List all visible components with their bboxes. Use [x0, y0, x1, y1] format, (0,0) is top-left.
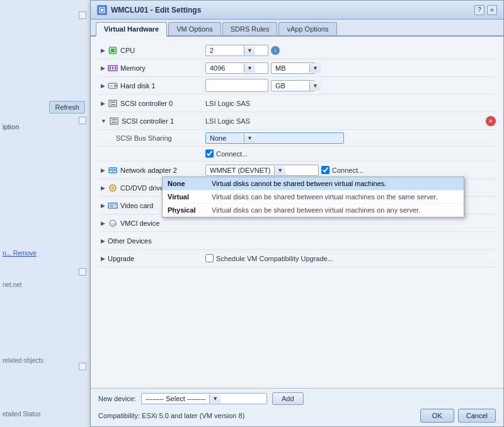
- new-device-label: New device:: [98, 395, 136, 402]
- cpu-info-icon[interactable]: i: [271, 46, 280, 55]
- memory-unit-btn[interactable]: ▼: [309, 64, 321, 73]
- ok-button[interactable]: OK: [420, 409, 454, 423]
- scsi0-expand[interactable]: ▶: [101, 100, 105, 107]
- dialog-title: WMCLU01 - Edit Settings: [111, 6, 201, 15]
- scsi1-label: SCSI controller 1: [122, 117, 174, 125]
- dialog-icon: [97, 5, 107, 15]
- scsi-sharing-label: SCSI Bus Sharing: [98, 134, 205, 142]
- memory-dropdown-btn[interactable]: ▼: [244, 64, 255, 73]
- vmci-expand[interactable]: ▶: [101, 220, 105, 226]
- network-adapter2-value: WMNET (DEVNET): [206, 165, 274, 175]
- title-bar-left: WMCLU01 - Edit Settings: [97, 5, 201, 15]
- sidebar-iption: iption: [3, 123, 19, 131]
- videocard-icon: [108, 201, 118, 210]
- scsi-sharing-virtual-label: Virtual: [168, 193, 212, 201]
- connect-checkbox1[interactable]: [205, 149, 214, 158]
- harddisk-stepper[interactable]: 80 ▲ ▼: [205, 79, 268, 92]
- scsi-sharing-physical-label: Physical: [168, 206, 212, 214]
- expand-button[interactable]: »: [487, 5, 497, 15]
- upgrade-checkbox[interactable]: [205, 254, 214, 262]
- upgrade-checkbox-label: Schedule VM Compatibility Upgrade...: [216, 255, 333, 262]
- scsi-sharing-none-label: None: [168, 180, 212, 187]
- other-devices-label-area: ▶ Other Devices: [98, 237, 205, 245]
- memory-unit-select[interactable]: MB ▼: [271, 62, 315, 74]
- svg-rect-1: [101, 9, 103, 11]
- network-adapter2-controls: WMNET (DEVNET) ▼ Connect...: [205, 165, 496, 176]
- watermark: http://wolcten.net: [459, 419, 501, 426]
- scsi1-expand[interactable]: ▼: [101, 118, 106, 124]
- scsi-sharing-virtual-option[interactable]: Virtual Virtual disks can be shared betw…: [163, 190, 464, 204]
- harddisk-unit-btn[interactable]: ▼: [309, 81, 321, 90]
- other-devices-expand[interactable]: ▶: [101, 238, 105, 244]
- tab-virtual-hardware[interactable]: Virtual Hardware: [96, 22, 167, 37]
- memory-select[interactable]: 4096 ▼: [205, 62, 268, 74]
- scsi-sharing-physical-desc: Virtual disks can be shared between virt…: [212, 206, 459, 214]
- scsi1-close-btn[interactable]: ✕: [486, 116, 496, 126]
- vmci-label: VMCI device: [120, 219, 159, 227]
- scsi-sharing-dropdown-btn[interactable]: ▼: [244, 134, 255, 143]
- harddisk-icon: [108, 81, 118, 90]
- svg-rect-34: [110, 204, 113, 207]
- upgrade-expand[interactable]: ▶: [101, 255, 105, 262]
- scsi-sharing-physical-option[interactable]: Physical Virtual disks can be shared bet…: [163, 204, 464, 217]
- memory-label-area: ▶ Memory: [98, 64, 205, 73]
- scsi1-value: LSI Logic SAS: [205, 117, 250, 125]
- scsi-sharing-value: None: [206, 133, 244, 143]
- network-connect-label: Connect...: [332, 167, 364, 174]
- harddisk-unit-select[interactable]: GB ▼: [271, 80, 315, 91]
- svg-rect-23: [113, 119, 117, 120]
- new-device-dropdown-btn[interactable]: ▼: [209, 394, 220, 403]
- scsi-sharing-select[interactable]: None ▼: [205, 132, 344, 144]
- sidebar-related: related objects: [3, 357, 43, 364]
- network-adapter2-label-area: ▶ Network adapter 2: [98, 166, 205, 175]
- scsi0-icon: [108, 99, 118, 108]
- add-button[interactable]: Add: [272, 392, 304, 405]
- memory-controls: 4096 ▼ MB ▼: [205, 62, 496, 74]
- harddisk-unit: GB: [272, 81, 309, 91]
- svg-rect-19: [112, 102, 115, 103]
- svg-rect-13: [115, 67, 116, 69]
- harddisk-label: Hard disk 1: [120, 82, 156, 90]
- network-adapter2-select[interactable]: WMNET (DEVNET) ▼: [205, 165, 319, 176]
- cddvd-expand[interactable]: ▶: [101, 185, 105, 191]
- scsi0-label: SCSI controller 0: [120, 100, 173, 107]
- help-button[interactable]: ?: [474, 5, 484, 15]
- scsi-sharing-dropdown: None Virtual disks cannot be shared betw…: [162, 177, 464, 218]
- sidebar: Refresh iption net.net related objects e…: [0, 0, 90, 427]
- refresh-button[interactable]: Refresh: [49, 101, 85, 114]
- tab-vm-options[interactable]: VM Options: [168, 22, 220, 35]
- network-connect-checkbox[interactable]: [321, 166, 329, 174]
- svg-rect-24: [113, 122, 117, 123]
- sidebar-remove-area: n... Remove: [3, 250, 88, 257]
- other-devices-row: ▶ Other Devices: [98, 232, 496, 250]
- memory-icon: [108, 64, 118, 73]
- cpu-select[interactable]: 2 ▼: [205, 45, 268, 56]
- memory-row: ▶ Memory 4096 ▼ MB ▼: [98, 59, 496, 77]
- harddisk-expand[interactable]: ▶: [101, 83, 105, 89]
- tab-sdrs-rules[interactable]: SDRS Rules: [222, 22, 278, 35]
- tab-vapp-options[interactable]: vApp Options: [278, 22, 336, 35]
- title-bar-buttons: ? »: [474, 5, 497, 15]
- network-adapter2-label: Network adapter 2: [120, 167, 177, 174]
- vmci-label-area: ▶ vm VMCI device: [98, 219, 205, 228]
- network-adapter2-dropdown-btn[interactable]: ▼: [274, 166, 285, 175]
- upgrade-controls: Schedule VM Compatibility Upgrade...: [205, 254, 496, 262]
- videocard-expand[interactable]: ▶: [101, 202, 105, 209]
- scsi1-controls: LSI Logic SAS ✕: [205, 116, 496, 126]
- cddvd-icon: [108, 184, 118, 192]
- sidebar-square-top: [79, 11, 86, 19]
- remove-link[interactable]: n... Remove: [3, 250, 37, 257]
- network-adapter2-expand[interactable]: ▶: [101, 167, 105, 173]
- new-device-placeholder: -------- Select --------: [142, 394, 209, 404]
- cpu-dropdown-btn[interactable]: ▼: [244, 46, 255, 55]
- new-device-select[interactable]: -------- Select -------- ▼: [141, 393, 267, 404]
- memory-label: Memory: [120, 64, 146, 72]
- memory-expand[interactable]: ▶: [101, 65, 105, 71]
- scsi-sharing-none-option[interactable]: None Virtual disks cannot be shared betw…: [163, 177, 464, 190]
- cpu-expand[interactable]: ▶: [101, 47, 105, 54]
- svg-rect-29: [114, 169, 115, 170]
- tab-bar: Virtual Hardware VM Options SDRS Rules v…: [91, 20, 503, 37]
- sidebar-square-bot: [79, 363, 86, 370]
- title-bar: WMCLU01 - Edit Settings ? »: [91, 1, 503, 20]
- connect-label1: Connect...: [216, 150, 248, 158]
